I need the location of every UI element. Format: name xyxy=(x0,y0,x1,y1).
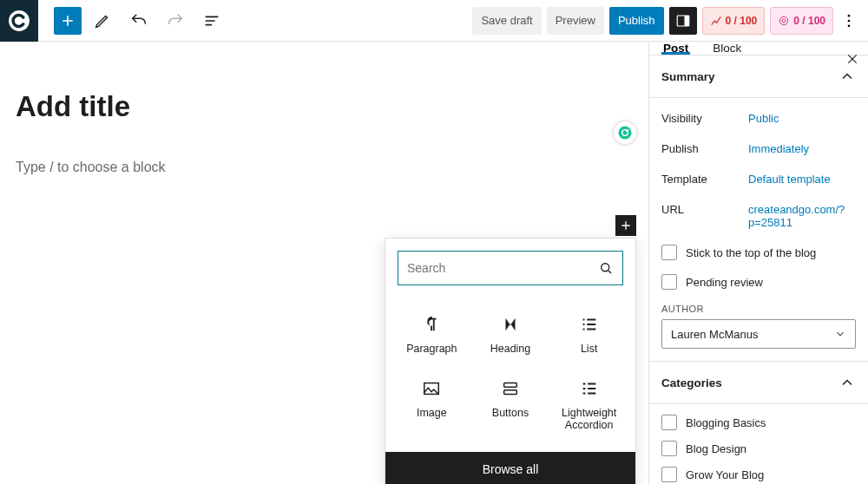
pencil-icon xyxy=(93,11,112,30)
undo-button[interactable] xyxy=(123,5,155,36)
url-value[interactable]: createandgo.com/?p=25811 xyxy=(748,203,856,229)
svg-rect-12 xyxy=(504,390,517,395)
seo-score-pill[interactable]: 0 / 100 xyxy=(702,7,766,35)
seo-score-value: 0 / 100 xyxy=(726,15,758,27)
svg-point-3 xyxy=(780,16,788,24)
kebab-icon xyxy=(840,12,858,29)
sidebar-close-button[interactable] xyxy=(845,52,859,69)
logo-c-icon xyxy=(8,10,30,32)
block-lightweight-accordion[interactable]: Lightweight Accordion xyxy=(549,367,628,443)
visibility-label: Visibility xyxy=(661,112,748,125)
categories-title: Categories xyxy=(661,376,722,389)
editor-tools xyxy=(38,5,227,36)
grammarly-badge[interactable] xyxy=(614,121,636,144)
svg-point-7 xyxy=(848,24,851,27)
undo-icon xyxy=(129,11,148,30)
list-view-icon xyxy=(202,11,221,30)
paragraph-icon xyxy=(422,315,441,334)
visibility-value[interactable]: Public xyxy=(748,112,856,125)
readability-score-pill[interactable]: 0 / 100 xyxy=(770,7,833,35)
block-paragraph[interactable]: Paragraph xyxy=(392,303,471,367)
inline-add-block-button[interactable] xyxy=(615,215,636,236)
more-options-button[interactable] xyxy=(838,12,859,29)
post-body-placeholder[interactable]: Type / to choose a block xyxy=(16,160,648,175)
top-toolbar: Save draft Preview Publish 0 / 100 0 / 1… xyxy=(0,0,868,42)
add-block-toggle[interactable] xyxy=(54,7,82,35)
redo-icon xyxy=(166,11,185,30)
editor-canvas: Type / to choose a block Paragraph xyxy=(0,42,648,484)
template-label: Template xyxy=(661,173,748,186)
top-right-actions: Save draft Preview Publish 0 / 100 0 / 1… xyxy=(472,0,868,41)
svg-point-9 xyxy=(602,264,609,271)
block-list[interactable]: List xyxy=(549,303,628,367)
settings-sidebar: Post Block Summary Visibility Public Pub… xyxy=(648,42,868,484)
stick-top-checkbox[interactable] xyxy=(661,245,677,260)
url-label: URL xyxy=(661,203,748,229)
svg-rect-11 xyxy=(504,383,517,388)
search-icon xyxy=(598,260,614,276)
summary-title: Summary xyxy=(661,70,715,83)
chart-icon xyxy=(710,15,722,27)
block-heading[interactable]: Heading xyxy=(471,303,550,367)
author-select[interactable]: Lauren McManus xyxy=(661,319,856,349)
redo-button[interactable] xyxy=(160,5,191,36)
chevron-up-icon xyxy=(838,68,856,85)
pending-review-checkbox-row[interactable]: Pending review xyxy=(661,267,856,297)
buttons-icon xyxy=(501,379,520,398)
publish-button[interactable]: Publish xyxy=(609,7,664,35)
target-icon xyxy=(778,15,790,27)
block-buttons[interactable]: Buttons xyxy=(471,367,550,443)
svg-point-6 xyxy=(848,19,851,22)
heading-icon xyxy=(501,315,520,334)
site-logo[interactable] xyxy=(0,0,38,42)
category-checkbox[interactable] xyxy=(661,467,677,482)
inserter-search-input[interactable] xyxy=(407,261,598,275)
summary-panel-toggle[interactable]: Summary xyxy=(649,56,868,98)
chevron-up-icon xyxy=(838,374,856,391)
category-checkbox[interactable] xyxy=(661,441,677,456)
author-heading: AUTHOR xyxy=(661,304,856,314)
publish-label: Publish xyxy=(661,142,748,155)
stick-top-checkbox-row[interactable]: Stick to the top of the blog xyxy=(661,238,856,267)
category-row[interactable]: Blogging Basics xyxy=(661,409,856,435)
settings-toggle[interactable] xyxy=(669,7,697,35)
edit-tool[interactable] xyxy=(87,5,118,36)
plus-icon xyxy=(619,219,633,232)
plus-icon xyxy=(59,12,76,29)
svg-point-4 xyxy=(782,18,786,22)
template-value[interactable]: Default template xyxy=(748,173,856,186)
tab-block[interactable]: Block xyxy=(711,42,743,55)
pending-review-checkbox[interactable] xyxy=(661,274,677,290)
post-title-input[interactable] xyxy=(16,90,536,123)
svg-point-5 xyxy=(848,14,851,16)
categories-panel-toggle[interactable]: Categories xyxy=(649,362,868,404)
block-inserter: Paragraph Heading List Image Buttons xyxy=(385,238,636,484)
close-icon xyxy=(845,52,859,66)
chevron-down-icon xyxy=(834,328,846,340)
grammarly-icon xyxy=(617,125,633,141)
block-image[interactable]: Image xyxy=(392,367,471,443)
pending-review-label: Pending review xyxy=(686,276,763,289)
category-row[interactable]: Grow Your Blog xyxy=(661,461,856,484)
document-overview-button[interactable] xyxy=(196,5,227,36)
category-label: Blogging Basics xyxy=(686,416,766,429)
category-checkbox[interactable] xyxy=(661,415,677,430)
preview-button[interactable]: Preview xyxy=(547,7,604,35)
author-value: Lauren McManus xyxy=(671,328,758,341)
image-icon xyxy=(422,379,441,398)
main-area: Type / to choose a block Paragraph xyxy=(0,42,868,484)
save-draft-button[interactable]: Save draft xyxy=(472,7,541,35)
sidebar-icon xyxy=(675,13,691,29)
summary-panel: Visibility Public Publish Immediately Te… xyxy=(649,98,868,362)
category-label: Blog Design xyxy=(686,442,746,455)
svg-rect-2 xyxy=(684,16,688,26)
stick-top-label: Stick to the top of the blog xyxy=(686,246,816,259)
tab-post[interactable]: Post xyxy=(661,42,690,55)
category-label: Grow Your Blog xyxy=(686,468,764,481)
inserter-search-wrap xyxy=(398,251,623,285)
publish-value[interactable]: Immediately xyxy=(748,142,856,155)
svg-point-8 xyxy=(619,127,632,140)
category-row[interactable]: Blog Design xyxy=(661,435,856,461)
categories-panel: Blogging Basics Blog Design Grow Your Bl… xyxy=(649,404,868,484)
browse-all-button[interactable]: Browse all xyxy=(385,452,635,484)
